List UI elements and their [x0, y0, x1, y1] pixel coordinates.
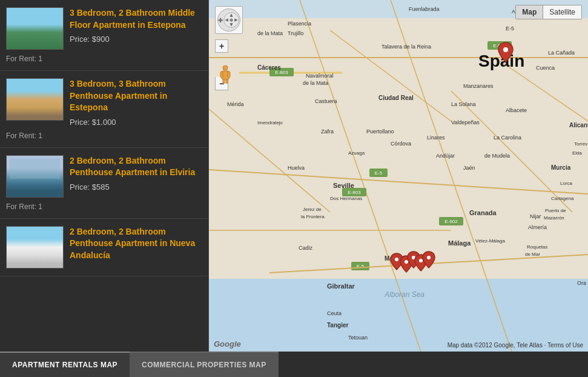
svg-rect-101 [223, 79, 225, 84]
svg-text:Tangier: Tangier [327, 322, 348, 329]
listing-item[interactable]: 3 Bedroom, 2 Bathroom Middle Floor Apart… [0, 0, 208, 71]
pan-control[interactable] [217, 8, 240, 32]
svg-text:la Frontera: la Frontera [301, 214, 325, 219]
svg-text:Cartagena: Cartagena [551, 196, 574, 201]
listing-title: 3 Bedroom, 3 Bathroom Penthouse Apartmen… [70, 78, 202, 114]
map-svg: E-803 E-901 E-5 E-902 E-5 [209, 0, 588, 352]
svg-text:Linares: Linares [427, 135, 445, 141]
svg-text:Gibraltar: Gibraltar [327, 282, 355, 290]
listing-top: 2 Bedroom, 2 Bathroom Penthouse Apartmen… [6, 226, 202, 269]
listing-price: Price: $1.000 [70, 118, 202, 127]
svg-text:Andújar: Andújar [436, 153, 455, 159]
svg-text:E-803: E-803 [348, 190, 361, 195]
listing-item[interactable]: 2 Bedroom, 2 Bathroom Penthouse Apartmen… [0, 219, 208, 276]
listing-image [6, 155, 64, 198]
svg-text:E-5: E-5 [506, 25, 514, 32]
svg-text:Nijar: Nijar [530, 213, 541, 219]
svg-text:Dos Hermanas: Dos Hermanas [330, 196, 362, 201]
listing-rent: For Rent: 1 [6, 132, 202, 140]
svg-rect-102 [226, 79, 228, 84]
svg-text:Mérida: Mérida [227, 101, 244, 107]
svg-text:Mazarrón: Mazarrón [544, 215, 564, 221]
svg-text:de Mudela: de Mudela [484, 153, 510, 159]
svg-text:Málaga: Málaga [448, 239, 471, 247]
svg-text:Almería: Almería [528, 224, 547, 230]
svg-rect-99 [220, 72, 223, 78]
svg-text:Ciudad Real: Ciudad Real [378, 95, 414, 101]
listing-rent: For Rent: 1 [6, 202, 202, 211]
svg-text:Alicant: Alicant [569, 122, 588, 128]
content-area: 3 Bedroom, 2 Bathroom Middle Floor Apart… [0, 0, 588, 352]
listing-info: 3 Bedroom, 2 Bathroom Middle Floor Apart… [70, 7, 202, 50]
svg-text:de la Mata: de la Mata [257, 30, 283, 36]
svg-text:La Solana: La Solana [451, 101, 476, 107]
listing-rent: For Rent: 1 [6, 55, 202, 63]
map-type-map-button[interactable]: Map [516, 5, 543, 19]
map-type-buttons: Map Satellite [515, 5, 582, 19]
svg-text:Huelva: Huelva [288, 165, 305, 171]
svg-point-96 [230, 18, 233, 21]
svg-text:Tetouan: Tetouan [348, 335, 368, 341]
listing-item[interactable]: 3 Bedroom, 3 Bathroom Penthouse Apartmen… [0, 71, 208, 148]
listing-price: Price: $585 [70, 182, 202, 192]
svg-point-90 [427, 256, 431, 259]
svg-text:Ceuta: Ceuta [327, 310, 342, 316]
svg-text:Trujillo: Trujillo [288, 30, 303, 36]
svg-point-85 [503, 47, 508, 52]
listing-info: 2 Bedroom, 2 Bathroom Penthouse Apartmen… [70, 226, 202, 269]
svg-text:Valdepeñas: Valdepeñas [451, 119, 480, 125]
svg-text:Ora: Ora [577, 280, 586, 286]
svg-text:Navalmoral: Navalmoral [306, 73, 334, 79]
svg-text:Murcia: Murcia [551, 164, 571, 171]
svg-text:Puerto de: Puerto de [545, 208, 566, 213]
svg-text:Castuera: Castuera [315, 98, 337, 104]
main-container: 3 Bedroom, 2 Bathroom Middle Floor Apart… [0, 0, 588, 377]
svg-point-87 [405, 260, 408, 264]
tab-apartment-rentals[interactable]: Apartment Rentals Map [0, 352, 130, 377]
svg-text:Seville: Seville [333, 182, 354, 189]
listing-item[interactable]: 2 Bedroom, 2 Bathroom Penthouse Apartmen… [0, 148, 208, 219]
listing-image [6, 78, 64, 121]
svg-text:Fuenlabrada: Fuenlabrada [409, 6, 440, 12]
svg-text:de Mar: de Mar [525, 252, 540, 257]
listing-image [6, 226, 64, 269]
listing-info: 3 Bedroom, 3 Bathroom Penthouse Apartmen… [70, 78, 202, 127]
svg-text:Alboran Sea: Alboran Sea [384, 290, 424, 299]
svg-text:Plasencia: Plasencia [288, 21, 311, 27]
svg-point-89 [419, 259, 423, 262]
map-attribution: Map data ©2012 Google, Tele Atlas · Term… [448, 342, 583, 349]
listing-price: Price: $900 [70, 35, 202, 44]
svg-text:Torrev: Torrev [574, 141, 587, 147]
svg-text:Puertollano: Puertollano [366, 128, 394, 135]
svg-text:Vélez-Málaga: Vélez-Málaga [475, 238, 505, 244]
map-nav-control[interactable] [215, 6, 243, 34]
tab-commercial-properties[interactable]: Commercial Properties Map [130, 352, 279, 377]
listing-image [6, 7, 64, 50]
map-panel[interactable]: E-803 E-901 E-5 E-902 E-5 [209, 0, 588, 352]
svg-text:La Carolina: La Carolina [494, 135, 521, 141]
svg-text:Azuaga: Azuaga [348, 150, 365, 156]
listing-title: 2 Bedroom, 2 Bathroom Penthouse Apartmen… [70, 155, 202, 179]
svg-text:Jerez de: Jerez de [303, 207, 322, 212]
street-view-pegman[interactable] [220, 65, 231, 84]
svg-text:Jaén: Jaén [463, 165, 475, 171]
svg-text:Córdova: Córdova [391, 141, 411, 147]
listing-info: 2 Bedroom, 2 Bathroom Penthouse Apartmen… [70, 155, 202, 198]
zoom-in-button[interactable]: + [215, 39, 228, 53]
svg-text:Cáceres: Cáceres [257, 64, 281, 71]
svg-text:Cuenca: Cuenca [536, 65, 555, 71]
svg-text:Cadiz: Cadiz [299, 245, 313, 251]
listing-title: 3 Bedroom, 2 Bathroom Middle Floor Apart… [70, 7, 202, 31]
svg-text:E-902: E-902 [444, 219, 458, 224]
svg-text:Talavera de la Reina: Talavera de la Reina [382, 44, 431, 50]
svg-text:Elda: Elda [572, 150, 583, 156]
map-type-satellite-button[interactable]: Satellite [543, 5, 581, 19]
svg-point-86 [395, 258, 398, 261]
svg-rect-1 [209, 279, 588, 352]
svg-text:Roquetas: Roquetas [527, 244, 547, 250]
svg-rect-97 [223, 65, 228, 70]
svg-text:E-5: E-5 [375, 170, 383, 176]
svg-rect-100 [228, 72, 230, 78]
svg-text:Granada: Granada [469, 209, 497, 216]
svg-text:Zafra: Zafra [321, 128, 334, 135]
